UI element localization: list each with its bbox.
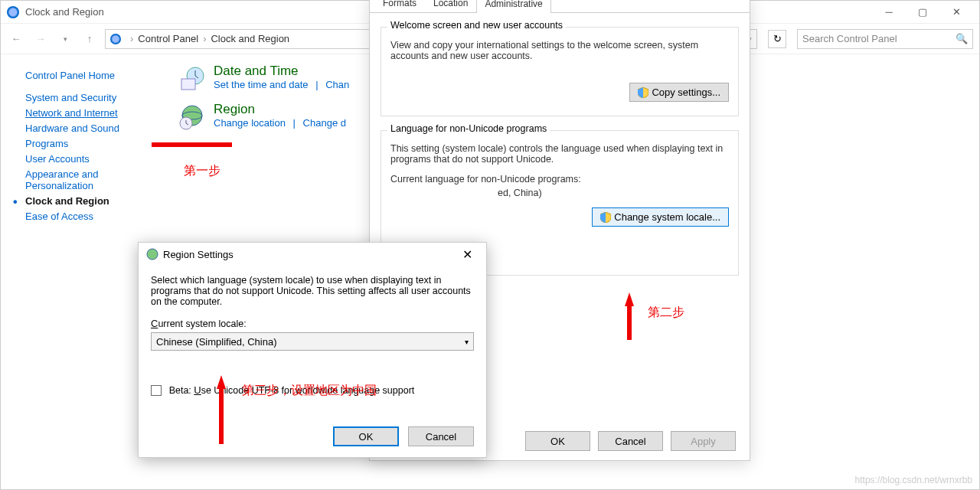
tab-administrative[interactable]: Administrative (476, 0, 550, 13)
shield-icon (638, 87, 648, 98)
date-time-heading[interactable]: Date and Time (214, 64, 349, 79)
control-panel-icon (110, 34, 121, 44)
region-settings-ok-button[interactable]: OK (333, 426, 399, 446)
change-locale-label: Change system locale... (614, 211, 720, 223)
recent-dropdown[interactable]: ▾ (56, 30, 74, 48)
region-settings-titlebar: Region Settings ✕ (139, 243, 486, 266)
change-location-link[interactable]: Change location (214, 117, 286, 129)
control-panel-icon (7, 6, 19, 18)
region-settings-close-button[interactable]: ✕ (456, 247, 479, 262)
sidebar-item-ease-access[interactable]: Ease of Access (25, 211, 151, 222)
region-settings-text: Select which language (system locale) to… (151, 275, 474, 307)
region-heading[interactable]: Region (214, 102, 346, 117)
refresh-button[interactable]: ↻ (768, 30, 786, 48)
tabs: Formats Location Administrative (370, 0, 750, 13)
crumb-1[interactable]: Clock and Region (211, 33, 289, 44)
sidebar-item-appearance[interactable]: Appearance and Personalization (25, 168, 125, 191)
locale-legend: Language for non-Unicode programs (387, 123, 550, 134)
sidebar-item-user-accounts[interactable]: User Accounts (25, 153, 151, 165)
current-locale-label: Current language for non-Unicode program… (390, 174, 729, 185)
globe-icon (146, 248, 158, 260)
tab-location[interactable]: Location (425, 0, 476, 12)
sidebar-item-programs[interactable]: Programs (25, 138, 151, 149)
copy-settings-label: Copy settings... (652, 87, 720, 98)
forward-button[interactable]: → (31, 30, 50, 48)
change-formats-link[interactable]: Chan (325, 79, 349, 90)
watermark: https://blog.csdn.net/wrnxrbb (855, 475, 972, 485)
welcome-group: Welcome screen and new user accounts Vie… (381, 27, 739, 116)
welcome-text: View and copy your international setting… (390, 40, 729, 61)
chevron-down-icon: ▾ (465, 338, 469, 346)
set-time-date-link[interactable]: Set the time and date (214, 79, 309, 90)
current-locale-value: ed, China) (390, 188, 729, 198)
sidebar-item-network-internet[interactable]: Network and Internet (25, 107, 151, 119)
change-system-locale-button[interactable]: Change system locale... (592, 207, 729, 227)
locale-text: This setting (system locale) controls th… (390, 143, 729, 165)
shield-icon (600, 212, 611, 223)
current-system-locale-label: CCurrent system locale:urrent system loc… (151, 318, 474, 329)
up-button[interactable]: ↑ (80, 30, 99, 48)
tab-formats[interactable]: Formats (374, 0, 425, 12)
sidebar-item-clock-region[interactable]: Clock and Region (25, 195, 151, 207)
maximize-button[interactable]: ▢ (906, 2, 939, 23)
region-apply-button[interactable]: Apply (671, 431, 736, 451)
globe-clock-icon (177, 102, 207, 132)
annotation-underline (152, 142, 232, 147)
crumb-0[interactable]: Control Panel (138, 33, 198, 44)
control-panel-home-link[interactable]: Control Panel Home (25, 70, 151, 81)
svg-point-5 (147, 249, 158, 260)
close-button[interactable]: ✕ (939, 2, 973, 23)
search-input[interactable]: Search Control Panel 🔍 (797, 29, 973, 49)
region-settings-cancel-button[interactable]: Cancel (408, 426, 474, 446)
system-locale-select[interactable]: Chinese (Simplified, China) ▾ (151, 332, 474, 351)
sidebar-item-hardware-sound[interactable]: Hardware and Sound (25, 122, 151, 134)
region-settings-title: Region Settings (163, 249, 234, 260)
copy-settings-button[interactable]: Copy settings... (629, 83, 729, 102)
sidebar-item-system-security[interactable]: System and Security (25, 92, 151, 103)
beta-utf8-label: Beta: Use Unicode UTF-8 for worldwide la… (169, 385, 415, 396)
change-date-formats-link[interactable]: Change d (303, 117, 346, 129)
region-ok-button[interactable]: OK (525, 431, 590, 451)
minimize-button[interactable]: ─ (872, 2, 906, 23)
region-cancel-button[interactable]: Cancel (598, 431, 663, 451)
clock-icon (177, 64, 207, 94)
system-locale-value: Chinese (Simplified, China) (156, 336, 277, 348)
welcome-legend: Welcome screen and new user accounts (387, 20, 566, 31)
search-icon: 🔍 (956, 33, 968, 44)
svg-rect-1 (181, 79, 195, 90)
beta-utf8-row[interactable]: Beta: Use Unicode UTF-8 for worldwide la… (151, 384, 474, 396)
beta-utf8-checkbox[interactable] (151, 385, 162, 396)
search-placeholder: Search Control Panel (802, 33, 956, 44)
back-button[interactable]: ← (7, 30, 25, 48)
region-settings-dialog: Region Settings ✕ Select which language … (138, 242, 487, 458)
